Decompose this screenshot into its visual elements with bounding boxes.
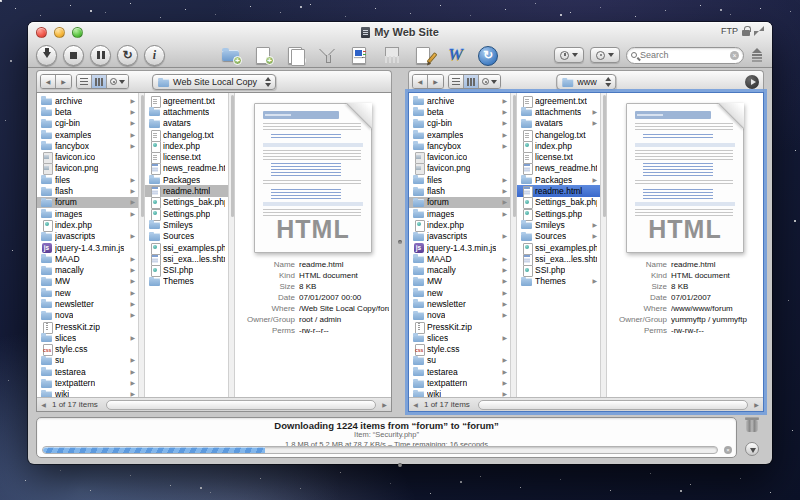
file-row[interactable]: beta▶ xyxy=(409,106,510,117)
search-input[interactable] xyxy=(640,50,727,60)
sync-icon[interactable] xyxy=(477,45,498,65)
download-button[interactable] xyxy=(36,45,57,66)
file-row[interactable]: testarea▶ xyxy=(409,366,510,377)
web-icon[interactable]: W xyxy=(445,45,466,65)
column-view-button[interactable] xyxy=(464,75,479,88)
file-row[interactable]: MW▶ xyxy=(409,276,510,287)
trash-icon[interactable] xyxy=(745,417,759,432)
cancel-transfer-button[interactable]: × xyxy=(724,446,732,454)
file-row[interactable]: files▶ xyxy=(37,174,138,185)
go-button[interactable] xyxy=(745,75,759,89)
file-row[interactable]: fancybox▶ xyxy=(37,140,138,151)
action-gear-button[interactable] xyxy=(479,75,500,88)
history-dropdown[interactable] xyxy=(554,47,584,63)
file-row[interactable]: favicon.png xyxy=(409,163,510,174)
file-row[interactable]: javascripts▶ xyxy=(37,231,138,242)
info-button[interactable]: i xyxy=(144,45,165,66)
file-row[interactable]: flash▶ xyxy=(37,185,138,196)
schedule-dropdown[interactable] xyxy=(590,47,620,63)
file-row[interactable]: index.php xyxy=(145,140,228,151)
file-row[interactable]: favicon.png xyxy=(37,163,138,174)
file-row[interactable]: news_readme.html xyxy=(517,163,600,174)
file-row[interactable]: ssi_exa...les.shtml xyxy=(145,253,228,264)
file-row[interactable]: attachments▶ xyxy=(517,106,600,117)
file-row[interactable]: examples▶ xyxy=(409,129,510,140)
new-file-icon[interactable]: + xyxy=(253,45,274,65)
file-row[interactable]: SSI.php xyxy=(145,264,228,275)
column-scrollbar[interactable] xyxy=(600,93,607,397)
file-row[interactable]: ssi_examples.php xyxy=(145,242,228,253)
file-row[interactable]: forum▶ xyxy=(409,197,510,208)
forward-button[interactable]: ▶ xyxy=(428,75,443,88)
file-row[interactable]: javascripts▶ xyxy=(409,231,510,242)
minimize-button[interactable] xyxy=(54,27,65,38)
pause-button[interactable] xyxy=(90,45,111,66)
file-row[interactable]: wiki▶ xyxy=(409,389,510,397)
file-row[interactable]: attachments xyxy=(145,106,228,117)
file-row[interactable]: jquery-1.4.3.min.js xyxy=(409,242,510,253)
file-row[interactable]: textpattern▶ xyxy=(409,377,510,388)
duplicate-icon[interactable]: + xyxy=(285,45,306,65)
file-row[interactable]: style.css xyxy=(37,344,138,355)
column-scrollbar[interactable] xyxy=(510,93,517,397)
refresh-button[interactable]: ↻ xyxy=(117,45,138,66)
scroll-right-icon[interactable]: ▶ xyxy=(378,401,391,408)
file-row[interactable]: favicon.ico xyxy=(37,151,138,162)
file-row[interactable]: MW▶ xyxy=(37,276,138,287)
eject-icon[interactable] xyxy=(750,48,764,62)
file-row[interactable]: Settings_bak.php xyxy=(145,197,228,208)
file-row[interactable]: archive▶ xyxy=(37,95,138,106)
horizontal-scrollbar[interactable] xyxy=(106,400,376,410)
file-row[interactable]: readme.html xyxy=(517,185,600,196)
file-row[interactable]: images▶ xyxy=(409,208,510,219)
file-row[interactable]: nova▶ xyxy=(37,310,138,321)
file-row[interactable]: new▶ xyxy=(37,287,138,298)
file-row[interactable]: Smileys▶ xyxy=(517,219,600,230)
file-row[interactable]: ssi_examples.php xyxy=(517,242,600,253)
list-view-button[interactable] xyxy=(449,75,464,88)
file-row[interactable]: newsletter▶ xyxy=(37,298,138,309)
file-row[interactable]: slices▶ xyxy=(409,332,510,343)
edit-icon[interactable] xyxy=(413,45,434,65)
file-row[interactable]: new▶ xyxy=(409,287,510,298)
file-row[interactable]: index.php xyxy=(409,219,510,230)
scroll-right-icon[interactable]: ▶ xyxy=(750,401,763,408)
file-row[interactable]: jquery-1.4.3.min.js xyxy=(37,242,138,253)
shred-icon[interactable] xyxy=(381,45,402,65)
file-row[interactable]: nova▶ xyxy=(409,310,510,321)
action-gear-button[interactable] xyxy=(107,75,128,88)
column-view-button[interactable] xyxy=(92,75,107,88)
stop-button[interactable] xyxy=(63,45,84,66)
file-row[interactable]: su▶ xyxy=(37,355,138,366)
file-row[interactable]: Sources▶ xyxy=(517,231,600,242)
file-row[interactable]: style.css xyxy=(409,344,510,355)
transfers-toggle-button[interactable] xyxy=(745,442,759,456)
file-row[interactable]: files▶ xyxy=(409,174,510,185)
scroll-left-icon[interactable]: ◀ xyxy=(409,401,422,408)
file-row[interactable]: agreement.txt xyxy=(517,95,600,106)
list-view-button[interactable] xyxy=(77,75,92,88)
file-row[interactable]: textpattern▶ xyxy=(37,377,138,388)
fullscreen-icon[interactable] xyxy=(754,26,764,36)
scroll-left-icon[interactable]: ◀ xyxy=(37,401,50,408)
file-row[interactable]: Smileys xyxy=(145,219,228,230)
file-row[interactable]: slices▶ xyxy=(37,332,138,343)
column-scrollbar[interactable] xyxy=(228,93,235,397)
file-row[interactable]: MAAD▶ xyxy=(409,253,510,264)
new-folder-icon[interactable]: + xyxy=(221,45,242,65)
file-row[interactable]: images▶ xyxy=(37,208,138,219)
file-row[interactable]: license.txt xyxy=(145,151,228,162)
file-row[interactable]: beta▶ xyxy=(37,106,138,117)
file-row[interactable]: Sources xyxy=(145,231,228,242)
file-row[interactable]: license.txt xyxy=(517,151,600,162)
file-row[interactable]: macally▶ xyxy=(409,264,510,275)
file-row[interactable]: news_readme.html xyxy=(145,163,228,174)
file-row[interactable]: testarea▶ xyxy=(37,366,138,377)
file-row[interactable]: favicon.ico xyxy=(409,151,510,162)
file-row[interactable]: agreement.txt xyxy=(145,95,228,106)
back-button[interactable]: ◀ xyxy=(41,75,56,88)
resize-handle[interactable] xyxy=(398,463,402,467)
column-scrollbar[interactable] xyxy=(138,93,145,397)
file-row[interactable]: Settings.php xyxy=(145,208,228,219)
back-button[interactable]: ◀ xyxy=(413,75,428,88)
